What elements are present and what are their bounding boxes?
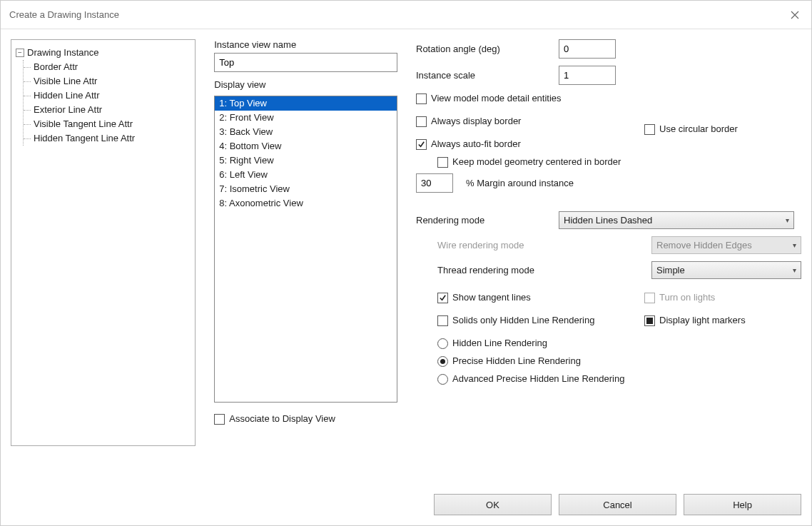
radio-phlr-row[interactable]: Precise Hidden Line Rendering (437, 355, 801, 368)
always-autofit-border-label: Always auto-fit border (431, 138, 521, 151)
radio-aphlr[interactable] (437, 374, 448, 385)
keep-centered-row[interactable]: Keep model geometry centered in border (437, 156, 801, 168)
tree-item-visible-line-attr[interactable]: Visible Line Attr (29, 74, 191, 88)
display-light-markers-label: Display light markers (659, 314, 746, 327)
radio-hlr-row[interactable]: Hidden Line Rendering (437, 337, 801, 350)
thread-rendering-mode-value: Simple (656, 265, 685, 275)
tree-panel[interactable]: −Drawing Instance Border Attr Visible Li… (11, 39, 196, 446)
always-display-border-label: Always display border (431, 115, 521, 128)
tree-item-visible-tangent-line-attr[interactable]: Visible Tangent Line Attr (29, 117, 191, 131)
display-view-item-4[interactable]: 4: Bottom View (215, 139, 397, 153)
tree-root-node[interactable]: −Drawing Instance (16, 46, 191, 60)
turn-on-lights-label: Turn on lights (659, 291, 715, 304)
dialog-window: Create a Drawing Instance −Drawing Insta… (0, 0, 812, 526)
margin-input[interactable] (416, 173, 453, 193)
tree-root-label: Drawing Instance (27, 47, 98, 58)
tangent-lights-row: Show tangent lines Turn on lights (437, 286, 801, 309)
display-light-markers-checkbox[interactable] (644, 315, 655, 326)
display-view-item-1[interactable]: 1: Top View (215, 96, 397, 111)
mid-panel: Instance view name Display view 1: Top V… (214, 39, 397, 484)
show-tangent-lines-checkbox[interactable] (437, 293, 448, 303)
instance-view-name-input[interactable] (214, 53, 397, 72)
tree-children: Border Attr Visible Line Attr Hidden Lin… (23, 60, 191, 146)
ok-button[interactable]: OK (434, 494, 552, 515)
rendering-mode-row: Rendering mode Hidden Lines Dashed ▾ (416, 211, 801, 229)
display-light-markers-row[interactable]: Display light markers (644, 314, 746, 327)
display-view-label: Display view (214, 79, 397, 90)
instance-scale-input[interactable] (559, 66, 616, 85)
wire-rendering-mode-value: Remove Hidden Edges (656, 240, 752, 251)
rendering-mode-value: Hidden Lines Dashed (564, 215, 652, 226)
use-circular-border-label: Use circular border (659, 123, 738, 136)
radio-hlr[interactable] (437, 338, 448, 349)
use-circular-border-checkbox[interactable] (644, 124, 655, 135)
instance-scale-row: Instance scale (416, 66, 801, 85)
instance-view-name-label: Instance view name (214, 39, 397, 50)
tree: −Drawing Instance Border Attr Visible Li… (16, 46, 191, 146)
rotation-angle-row: Rotation angle (deg) (416, 39, 801, 59)
solids-only-hlr-checkbox[interactable] (437, 315, 448, 326)
close-icon (791, 11, 799, 19)
chevron-down-icon: ▾ (786, 216, 789, 224)
dialog-body: −Drawing Instance Border Attr Visible Li… (1, 29, 811, 484)
rotation-angle-label: Rotation angle (deg) (416, 44, 552, 54)
show-tangent-lines-row[interactable]: Show tangent lines (437, 291, 644, 304)
right-panel: Rotation angle (deg) Instance scale View… (416, 39, 801, 484)
display-view-item-2[interactable]: 2: Front View (215, 111, 397, 125)
view-model-mode-row[interactable]: View model mode detail entities (416, 92, 801, 105)
radio-phlr[interactable] (437, 356, 448, 367)
wire-rendering-mode-row: Wire rendering mode Remove Hidden Edges … (437, 236, 801, 254)
solids-only-hlr-label: Solids only Hidden Line Rendering (452, 314, 594, 327)
associate-to-display-view-row[interactable]: Associate to Display View (214, 413, 397, 425)
keep-centered-checkbox[interactable] (437, 157, 448, 168)
associate-checkbox[interactable] (214, 414, 225, 425)
keep-centered-label: Keep model geometry centered in border (452, 156, 621, 168)
radio-phlr-label: Precise Hidden Line Rendering (452, 355, 581, 368)
titlebar: Create a Drawing Instance (1, 1, 811, 29)
instance-scale-label: Instance scale (416, 70, 552, 81)
chevron-down-icon: ▾ (793, 266, 796, 274)
rendering-mode-label: Rendering mode (416, 215, 552, 226)
help-button[interactable]: Help (684, 494, 801, 515)
use-circular-border-row[interactable]: Use circular border (644, 123, 738, 136)
display-view-listbox[interactable]: 1: Top View 2: Front View 3: Back View 4… (214, 96, 397, 403)
display-view-item-6[interactable]: 6: Left View (215, 168, 397, 182)
tree-item-border-attr[interactable]: Border Attr (29, 60, 191, 74)
radio-aphlr-row[interactable]: Advanced Precise Hidden Line Rendering (437, 373, 801, 385)
tree-item-exterior-line-attr[interactable]: Exterior Line Attr (29, 103, 191, 117)
wire-rendering-mode-combo: Remove Hidden Edges ▾ (651, 236, 801, 254)
cancel-button[interactable]: Cancel (559, 494, 676, 515)
close-button[interactable] (778, 1, 811, 29)
margin-row: % Margin around instance (416, 173, 801, 193)
turn-on-lights-row: Turn on lights (644, 291, 715, 304)
always-display-border-checkbox[interactable] (416, 116, 427, 127)
solids-only-hlr-row[interactable]: Solids only Hidden Line Rendering (437, 314, 644, 327)
margin-label: % Margin around instance (466, 178, 574, 188)
display-view-item-3[interactable]: 3: Back View (215, 125, 397, 139)
view-model-mode-checkbox[interactable] (416, 93, 427, 104)
always-display-border-row[interactable]: Always display border (416, 115, 521, 128)
tree-item-hidden-tangent-line-attr[interactable]: Hidden Tangent Line Attr (29, 131, 191, 146)
display-view-item-7[interactable]: 7: Isometric View (215, 182, 397, 196)
display-view-item-8[interactable]: 8: Axonometric View (215, 196, 397, 211)
wire-rendering-mode-label: Wire rendering mode (437, 240, 644, 251)
radio-hlr-label: Hidden Line Rendering (452, 337, 547, 350)
show-tangent-lines-label: Show tangent lines (452, 291, 531, 304)
thread-rendering-mode-row: Thread rendering mode Simple ▾ (437, 261, 801, 279)
chevron-down-icon: ▾ (793, 241, 796, 249)
thread-rendering-mode-combo[interactable]: Simple ▾ (651, 261, 801, 279)
rendering-mode-combo[interactable]: Hidden Lines Dashed ▾ (559, 211, 794, 229)
window-title: Create a Drawing Instance (9, 9, 778, 20)
radio-aphlr-label: Advanced Precise Hidden Line Rendering (452, 373, 624, 385)
tree-item-hidden-line-attr[interactable]: Hidden Line Attr (29, 88, 191, 103)
view-model-mode-label: View model mode detail entities (431, 92, 562, 105)
border-options-row: Always display border (416, 110, 801, 133)
display-view-item-5[interactable]: 5: Right View (215, 153, 397, 168)
rotation-angle-input[interactable] (559, 39, 616, 59)
always-autofit-border-checkbox[interactable] (416, 139, 427, 150)
associate-label: Associate to Display View (229, 413, 335, 425)
turn-on-lights-checkbox (644, 293, 655, 303)
always-autofit-border-row[interactable]: Always auto-fit border (416, 138, 801, 151)
button-row: OK Cancel Help (1, 484, 811, 525)
tree-expander-icon[interactable]: − (16, 49, 24, 57)
